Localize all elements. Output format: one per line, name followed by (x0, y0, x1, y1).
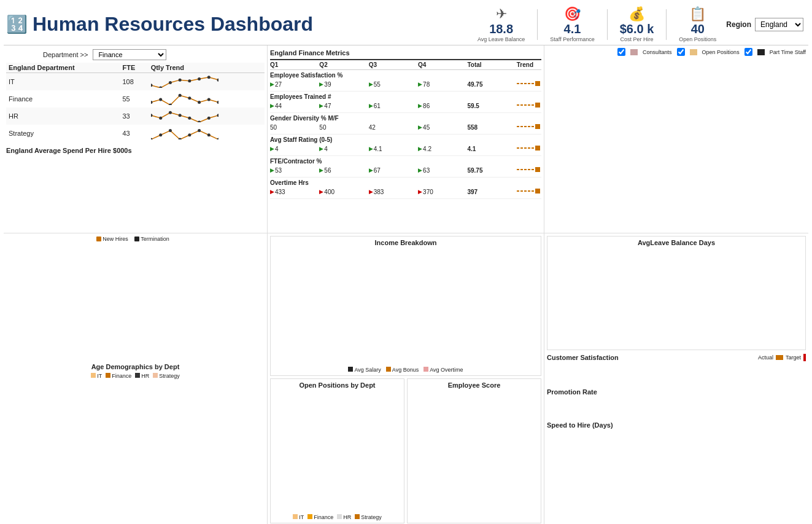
col-q2: Q2 (319, 61, 368, 68)
legend-open-pos-label: Open Positions (702, 49, 740, 55)
svg-rect-35 (535, 103, 540, 108)
sparkline-svg (151, 126, 218, 139)
actual-label: Actual (758, 354, 773, 361)
legend-consultants-cb[interactable] (617, 48, 625, 56)
kpi-cost-hire-label: Cost Per Hire (620, 36, 653, 42)
svg-rect-37 (535, 124, 540, 129)
metric-values: ▶53 ▶56 ▶67 ▶63 59.75 (270, 165, 541, 175)
money-icon: 💰 (628, 6, 645, 22)
metrics-section: England Finance Metrics Q1 Q2 Q3 Q4 Tota… (270, 48, 541, 199)
dept-select[interactable]: FinanceITHRStrategy (93, 49, 166, 60)
svg-rect-39 (535, 146, 540, 151)
donut-chart (273, 391, 393, 514)
newhires-label: New Hires (102, 236, 128, 242)
table-row: Strategy 43 (6, 125, 265, 142)
metric-row: Employees Trained # ▶44 ▶47 ▶61 ▶86 59.5 (270, 92, 541, 113)
pos-legend-finance: Finance (307, 514, 333, 520)
termination-dot (134, 237, 139, 241)
right-top-chart (547, 58, 805, 224)
metric-trend (517, 122, 541, 132)
svg-point-18 (169, 111, 172, 114)
hires-chart-section: New Hires Termination (6, 236, 265, 361)
region-control: Region England Scotland Wales N.Ireland (726, 18, 803, 31)
metric-total: 49.75 (467, 81, 516, 88)
col-q4: Q4 (418, 61, 467, 68)
col-fte: FTE (120, 63, 148, 73)
dept-name: IT (6, 73, 120, 91)
svg-point-4 (188, 79, 191, 82)
metric-q2: ▶47 (319, 103, 368, 109)
svg-point-30 (207, 133, 210, 136)
col-q1: Q1 (270, 61, 319, 68)
region-select[interactable]: England Scotland Wales N.Ireland (755, 18, 803, 31)
positions-section: Open Positions by Dept IT Finance HR Str… (270, 378, 404, 523)
svg-point-24 (151, 138, 153, 140)
kpi-cost-hire-value: $6.0 k (620, 22, 654, 36)
svg-point-12 (188, 96, 191, 100)
metric-q4: ▶370 (418, 189, 467, 195)
page-title: Human Resources Dashboard (33, 13, 478, 36)
pos-legend-hr: HR (337, 514, 351, 520)
kpi-avg-leave-label: Avg Leave Balance (478, 36, 525, 42)
metric-row: Employee Satisfaction % ▶27 ▶39 ▶55 ▶78 … (270, 70, 541, 92)
dept-sparkline (149, 73, 265, 91)
metric-total: 397 (467, 189, 516, 195)
region-label: Region (726, 20, 751, 29)
bullet-cust-sat (547, 362, 803, 386)
metric-q2: ▶400 (319, 189, 368, 195)
svg-point-19 (178, 114, 181, 117)
col-dept: England Department (6, 63, 120, 73)
svg-point-16 (151, 114, 153, 117)
bullet-charts-section: Customer Satisfaction Actual Target Prom… (547, 354, 806, 452)
svg-point-25 (159, 133, 162, 136)
kpi-bar: ✈ 18.8 Avg Leave Balance 🎯 4.1 Staff Per… (478, 6, 716, 42)
svg-point-0 (151, 84, 153, 87)
metric-name: Avg Staff Rating (0-5) (270, 136, 541, 143)
metric-q3: ▶61 (369, 103, 418, 109)
age-legend-strategy: Strategy (153, 373, 180, 379)
dept-filter: Department >> FinanceITHRStrategy (6, 48, 265, 63)
avgleave-title: AvgLeave Balance Days (550, 239, 803, 246)
kpi-staff-perf-value: 4.1 (564, 22, 581, 36)
cv-icon: 📋 (689, 6, 706, 22)
kpi-cost-hire: 💰 $6.0 k Cost Per Hire (620, 6, 654, 42)
table-row: Finance 55 (6, 90, 265, 108)
metrics-rows: Employee Satisfaction % ▶27 ▶39 ▶55 ▶78 … (270, 70, 541, 199)
svg-point-20 (188, 117, 191, 120)
metric-values: ▶433 ▶400 ▶383 ▶370 397 (270, 187, 541, 197)
svg-point-28 (188, 133, 191, 136)
svg-point-14 (207, 98, 210, 101)
metrics-title: England Finance Metrics (270, 48, 541, 60)
emp-score-section: Employee Score (407, 378, 541, 523)
legend-parttime-cb[interactable] (744, 48, 752, 56)
metric-values: ▶4 ▶4 ▶4.1 ▶4.2 4.1 (270, 144, 541, 154)
target-icon: 🎯 (564, 6, 581, 22)
metric-values: ▶27 ▶39 ▶55 ▶78 49.75 (270, 79, 541, 89)
age-demo-section: Age Demographics by Dept IT Finance HR S… (6, 363, 265, 500)
dept-table: England Department FTE Qtly Trend IT 108… (6, 63, 265, 142)
dept-name: Strategy (6, 125, 120, 142)
metric-total: 558 (467, 124, 516, 131)
legend-consultants-label: Consultants (643, 49, 672, 55)
kpi-staff-perf: 🎯 4.1 Staff Performance (550, 6, 594, 42)
table-row: IT 108 (6, 73, 265, 91)
metric-q1: ▶44 (270, 103, 319, 109)
svg-point-8 (151, 101, 153, 104)
svg-point-15 (217, 101, 218, 104)
cust-sat-legend: Actual Target (758, 354, 806, 361)
metric-q3: ▶67 (369, 167, 418, 174)
metric-trend (517, 101, 541, 111)
col-total: Total (467, 61, 516, 68)
age-legend-hr: HR (135, 373, 149, 379)
dept-sparkline (149, 108, 265, 125)
legend-open-pos-cb[interactable] (677, 48, 685, 56)
target-label: Target (786, 354, 801, 361)
metric-trend (517, 165, 541, 175)
legend-parttime-label: Part Time Staff (770, 49, 806, 55)
dept-fte: 55 (120, 90, 148, 108)
cust-sat-title: Customer Satisfaction (547, 354, 619, 361)
metric-q2: 50 (319, 124, 368, 131)
airplane-icon: ✈ (496, 6, 507, 22)
col-trend-hdr: Trend (517, 61, 541, 68)
dept-fte: 108 (120, 73, 148, 91)
